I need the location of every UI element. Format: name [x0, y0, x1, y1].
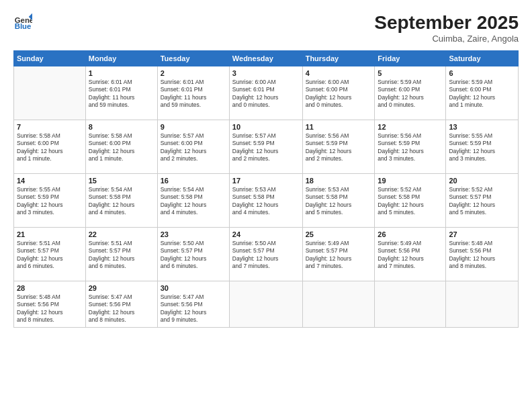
- table-row: 26Sunrise: 5:49 AMSunset: 5:56 PMDayligh…: [375, 228, 446, 281]
- day-number: 7: [17, 123, 83, 131]
- day-info: Sunrise: 5:52 AMSunset: 5:57 PMDaylight:…: [449, 186, 515, 217]
- table-row: 27Sunrise: 5:48 AMSunset: 5:56 PMDayligh…: [446, 228, 519, 281]
- day-number: 4: [306, 69, 372, 77]
- location: Cuimba, Zaire, Angola: [374, 34, 519, 44]
- header-thursday: Thursday: [302, 51, 375, 66]
- day-info: Sunrise: 5:49 AMSunset: 5:57 PMDaylight:…: [306, 240, 372, 271]
- day-info: Sunrise: 6:01 AMSunset: 6:01 PMDaylight:…: [89, 79, 154, 109]
- table-row: 10Sunrise: 5:57 AMSunset: 5:59 PMDayligh…: [229, 120, 302, 174]
- day-number: 29: [89, 284, 154, 292]
- day-info: Sunrise: 5:58 AMSunset: 6:00 PMDaylight:…: [17, 132, 83, 163]
- table-row: 7Sunrise: 5:58 AMSunset: 6:00 PMDaylight…: [14, 120, 86, 174]
- header-wednesday: Wednesday: [229, 51, 302, 66]
- day-info: Sunrise: 5:47 AMSunset: 5:56 PMDaylight:…: [161, 293, 226, 324]
- day-number: 23: [161, 230, 226, 238]
- table-row: 3Sunrise: 6:00 AMSunset: 6:01 PMDaylight…: [229, 66, 302, 120]
- day-number: 24: [232, 230, 300, 238]
- weekday-header-row: Sunday Monday Tuesday Wednesday Thursday…: [14, 51, 519, 66]
- header-friday: Friday: [375, 51, 446, 66]
- day-number: 22: [89, 230, 154, 238]
- table-row: 9Sunrise: 5:57 AMSunset: 6:00 PMDaylight…: [157, 120, 229, 174]
- table-row: 13Sunrise: 5:55 AMSunset: 5:59 PMDayligh…: [446, 120, 519, 174]
- day-number: 12: [378, 123, 443, 131]
- day-info: Sunrise: 5:56 AMSunset: 5:59 PMDaylight:…: [378, 132, 443, 163]
- day-info: Sunrise: 5:58 AMSunset: 6:00 PMDaylight:…: [89, 132, 154, 163]
- day-info: Sunrise: 5:55 AMSunset: 5:59 PMDaylight:…: [17, 186, 83, 217]
- day-info: Sunrise: 5:48 AMSunset: 5:56 PMDaylight:…: [17, 293, 83, 324]
- day-number: 10: [232, 123, 300, 131]
- day-number: 17: [232, 177, 300, 185]
- day-number: 20: [449, 177, 515, 185]
- title-block: September 2025 Cuimba, Zaire, Angola: [374, 12, 519, 44]
- day-number: 6: [449, 69, 515, 77]
- day-number: 9: [161, 123, 226, 131]
- header-monday: Monday: [85, 51, 157, 66]
- day-info: Sunrise: 5:59 AMSunset: 6:00 PMDaylight:…: [449, 79, 515, 109]
- day-number: 27: [449, 230, 515, 238]
- day-info: Sunrise: 5:54 AMSunset: 5:58 PMDaylight:…: [161, 186, 226, 217]
- table-row: 18Sunrise: 5:53 AMSunset: 5:58 PMDayligh…: [302, 174, 375, 228]
- day-info: Sunrise: 5:50 AMSunset: 5:57 PMDaylight:…: [232, 240, 300, 271]
- table-row: 22Sunrise: 5:51 AMSunset: 5:57 PMDayligh…: [85, 228, 157, 281]
- day-info: Sunrise: 6:01 AMSunset: 6:01 PMDaylight:…: [161, 79, 226, 109]
- day-number: 28: [17, 284, 83, 292]
- table-row: [14, 66, 86, 120]
- table-row: 11Sunrise: 5:56 AMSunset: 5:59 PMDayligh…: [302, 120, 375, 174]
- table-row: 30Sunrise: 5:47 AMSunset: 5:56 PMDayligh…: [157, 281, 229, 328]
- table-row: 12Sunrise: 5:56 AMSunset: 5:59 PMDayligh…: [375, 120, 446, 174]
- table-row: 29Sunrise: 5:47 AMSunset: 5:56 PMDayligh…: [85, 281, 157, 328]
- table-row: 20Sunrise: 5:52 AMSunset: 5:57 PMDayligh…: [446, 174, 519, 228]
- day-info: Sunrise: 5:50 AMSunset: 5:57 PMDaylight:…: [161, 240, 226, 271]
- day-info: Sunrise: 6:00 AMSunset: 6:01 PMDaylight:…: [232, 79, 300, 109]
- day-info: Sunrise: 6:00 AMSunset: 6:00 PMDaylight:…: [306, 79, 372, 109]
- table-row: 6Sunrise: 5:59 AMSunset: 6:00 PMDaylight…: [446, 66, 519, 120]
- day-info: Sunrise: 5:55 AMSunset: 5:59 PMDaylight:…: [449, 132, 515, 163]
- day-info: Sunrise: 5:51 AMSunset: 5:57 PMDaylight:…: [89, 240, 154, 271]
- table-row: [229, 281, 302, 328]
- table-row: 2Sunrise: 6:01 AMSunset: 6:01 PMDaylight…: [157, 66, 229, 120]
- day-number: 8: [89, 123, 154, 131]
- table-row: [302, 281, 375, 328]
- table-row: 28Sunrise: 5:48 AMSunset: 5:56 PMDayligh…: [14, 281, 86, 328]
- table-row: 14Sunrise: 5:55 AMSunset: 5:59 PMDayligh…: [14, 174, 86, 228]
- table-row: 21Sunrise: 5:51 AMSunset: 5:57 PMDayligh…: [14, 228, 86, 281]
- day-number: 18: [306, 177, 372, 185]
- table-row: 24Sunrise: 5:50 AMSunset: 5:57 PMDayligh…: [229, 228, 302, 281]
- day-number: 21: [17, 230, 83, 238]
- header-tuesday: Tuesday: [157, 51, 229, 66]
- header-saturday: Saturday: [446, 51, 519, 66]
- day-number: 15: [89, 177, 154, 185]
- table-row: [375, 281, 446, 328]
- day-number: 3: [232, 69, 300, 77]
- table-row: 8Sunrise: 5:58 AMSunset: 6:00 PMDaylight…: [85, 120, 157, 174]
- day-info: Sunrise: 5:57 AMSunset: 6:00 PMDaylight:…: [161, 132, 226, 163]
- table-row: 19Sunrise: 5:52 AMSunset: 5:58 PMDayligh…: [375, 174, 446, 228]
- header-sunday: Sunday: [14, 51, 86, 66]
- day-info: Sunrise: 5:47 AMSunset: 5:56 PMDaylight:…: [89, 293, 154, 324]
- table-row: 1Sunrise: 6:01 AMSunset: 6:01 PMDaylight…: [85, 66, 157, 120]
- day-number: 5: [378, 69, 443, 77]
- table-row: 4Sunrise: 6:00 AMSunset: 6:00 PMDaylight…: [302, 66, 375, 120]
- day-info: Sunrise: 5:51 AMSunset: 5:57 PMDaylight:…: [17, 240, 83, 271]
- calendar-table: Sunday Monday Tuesday Wednesday Thursday…: [13, 50, 519, 328]
- table-row: 17Sunrise: 5:53 AMSunset: 5:58 PMDayligh…: [229, 174, 302, 228]
- table-row: 5Sunrise: 5:59 AMSunset: 6:00 PMDaylight…: [375, 66, 446, 120]
- table-row: 16Sunrise: 5:54 AMSunset: 5:58 PMDayligh…: [157, 174, 229, 228]
- day-number: 2: [161, 69, 226, 77]
- day-info: Sunrise: 5:53 AMSunset: 5:58 PMDaylight:…: [306, 186, 372, 217]
- svg-text:Blue: Blue: [15, 22, 32, 30]
- day-number: 19: [378, 177, 443, 185]
- day-info: Sunrise: 5:57 AMSunset: 5:59 PMDaylight:…: [232, 132, 300, 163]
- table-row: 25Sunrise: 5:49 AMSunset: 5:57 PMDayligh…: [302, 228, 375, 281]
- day-number: 26: [378, 230, 443, 238]
- day-info: Sunrise: 5:48 AMSunset: 5:56 PMDaylight:…: [449, 240, 515, 271]
- day-number: 16: [161, 177, 226, 185]
- page-header: General Blue September 2025 Cuimba, Zair…: [13, 12, 519, 44]
- day-number: 13: [449, 123, 515, 131]
- logo-icon: General Blue: [13, 12, 32, 31]
- day-info: Sunrise: 5:49 AMSunset: 5:56 PMDaylight:…: [378, 240, 443, 271]
- logo: General Blue: [13, 12, 32, 31]
- table-row: [446, 281, 519, 328]
- table-row: 23Sunrise: 5:50 AMSunset: 5:57 PMDayligh…: [157, 228, 229, 281]
- month-title: September 2025: [374, 12, 519, 34]
